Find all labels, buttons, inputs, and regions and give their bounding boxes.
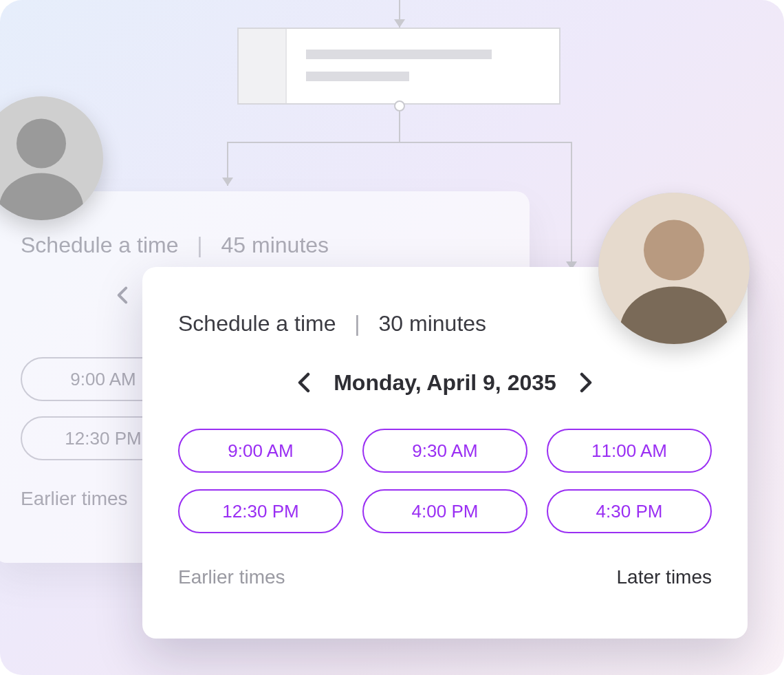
next-day-button[interactable] xyxy=(574,369,598,396)
separator: | xyxy=(197,233,202,257)
flow-connector xyxy=(571,142,572,270)
flow-connector xyxy=(399,111,400,142)
time-slot-button[interactable]: 4:30 PM xyxy=(547,489,712,533)
placeholder-line xyxy=(306,50,492,59)
time-slot-grid: 9:00 AM 9:30 AM 11:00 AM 12:30 PM 4:00 P… xyxy=(178,429,712,533)
flow-arrow-icon xyxy=(222,178,233,186)
chevron-right-icon xyxy=(580,372,592,393)
time-slot-button[interactable]: 11:00 AM xyxy=(547,429,712,473)
avatar xyxy=(598,193,750,344)
flow-node-box xyxy=(237,28,560,105)
flow-connector xyxy=(227,142,571,143)
time-slot-button[interactable]: 9:00 AM xyxy=(178,429,343,473)
flow-node-stub xyxy=(239,29,287,103)
later-times-link[interactable]: Later times xyxy=(617,566,712,588)
placeholder-line xyxy=(306,72,409,81)
card-heading: Schedule a time | 45 minutes xyxy=(21,233,502,258)
chevron-left-icon xyxy=(298,372,310,393)
time-slot-button[interactable]: 4:00 PM xyxy=(362,489,527,533)
separator: | xyxy=(354,311,360,336)
time-slot-button[interactable]: 9:30 AM xyxy=(362,429,527,473)
card-title: Schedule a time xyxy=(178,311,336,336)
card-title: Schedule a time xyxy=(21,233,178,257)
svg-point-1 xyxy=(17,118,66,168)
flow-arrow-icon xyxy=(394,19,405,28)
earlier-times-link[interactable]: Earlier times xyxy=(178,566,285,588)
card-duration: 45 minutes xyxy=(221,233,329,257)
flow-branch-node xyxy=(394,100,405,111)
time-slot-button[interactable]: 12:30 PM xyxy=(178,489,343,533)
date-navigator: Monday, April 9, 2035 xyxy=(178,369,712,396)
prev-day-button[interactable] xyxy=(292,369,316,396)
svg-point-4 xyxy=(644,220,704,281)
stage-background: Schedule a time | 45 minutes 9:00 AM 12:… xyxy=(0,0,784,675)
current-date: Monday, April 9, 2035 xyxy=(334,370,556,396)
card-duration: 30 minutes xyxy=(379,311,487,336)
